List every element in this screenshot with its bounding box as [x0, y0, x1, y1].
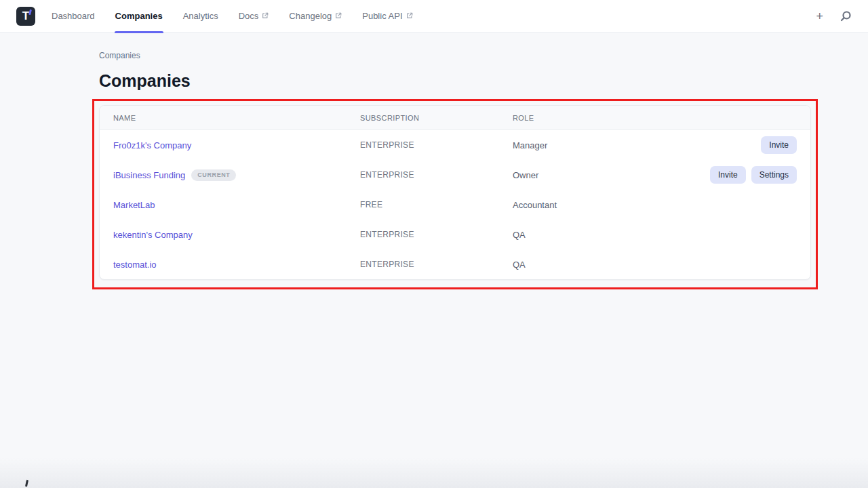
app-logo[interactable]: T — [16, 7, 35, 26]
subscription-value: FREE — [360, 200, 513, 209]
topbar-actions: + — [816, 10, 852, 22]
subscription-value: ENTERPRISE — [360, 260, 513, 269]
role-value: QA — [513, 260, 669, 270]
role-value: QA — [513, 230, 669, 240]
table-header: NAME SUBSCRIPTION ROLE — [100, 106, 810, 130]
nav-item-label: Dashboard — [52, 11, 95, 21]
column-header-subscription: SUBSCRIPTION — [360, 114, 513, 122]
search-icon[interactable] — [840, 10, 852, 22]
invite-button[interactable]: Invite — [761, 136, 797, 154]
invite-button[interactable]: Invite — [710, 166, 746, 184]
external-link-icon — [406, 12, 413, 19]
main-content: Companies Companies NAME SUBSCRIPTION RO… — [0, 33, 868, 289]
cursor-artifact — [25, 480, 28, 487]
subscription-value: ENTERPRISE — [360, 170, 513, 180]
company-link[interactable]: testomat.io — [113, 260, 157, 270]
column-header-name: NAME — [100, 114, 360, 122]
nav-item-companies[interactable]: Companies — [105, 0, 173, 33]
actions-cell: InviteSettings — [669, 166, 810, 184]
current-badge: CURRENT — [191, 169, 236, 181]
external-link-icon — [335, 12, 342, 19]
companies-table: NAME SUBSCRIPTION ROLE Fro0z1k's Company… — [99, 105, 811, 280]
column-header-role: ROLE — [513, 114, 669, 122]
nav-item-label: Changelog — [289, 11, 332, 21]
nav-item-label: Analytics — [183, 11, 218, 21]
table-body: Fro0z1k's CompanyENTERPRISEManagerInvite… — [100, 130, 810, 279]
external-link-icon — [262, 12, 269, 19]
name-cell: testomat.io — [100, 260, 360, 270]
role-value: Manager — [513, 140, 669, 150]
settings-button[interactable]: Settings — [751, 166, 797, 184]
logo-accent-mark — [28, 9, 32, 14]
name-cell: iBusiness FundingCURRENT — [100, 169, 360, 181]
nav-item-public-api[interactable]: Public API — [352, 0, 422, 33]
name-cell: MarketLab — [100, 200, 360, 210]
add-button[interactable]: + — [816, 10, 823, 22]
subscription-value: ENTERPRISE — [360, 140, 513, 150]
bottom-shadow — [0, 458, 868, 488]
name-cell: Fro0z1k's Company — [100, 140, 360, 150]
company-link[interactable]: Fro0z1k's Company — [113, 140, 191, 150]
top-bar: T DashboardCompaniesAnalyticsDocsChangel… — [0, 0, 868, 33]
nav-item-docs[interactable]: Docs — [229, 0, 279, 33]
table-row: Fro0z1k's CompanyENTERPRISEManagerInvite — [100, 130, 810, 160]
app-logo-letter: T — [22, 9, 29, 23]
nav-item-label: Companies — [115, 11, 163, 21]
actions-cell: Invite — [669, 136, 810, 154]
company-link[interactable]: iBusiness Funding — [113, 170, 185, 180]
company-link[interactable]: MarketLab — [113, 200, 155, 210]
name-cell: kekentin's Company — [100, 230, 360, 240]
nav-item-label: Docs — [239, 11, 259, 21]
company-link[interactable]: kekentin's Company — [113, 230, 193, 240]
table-row: testomat.ioENTERPRISEQA — [100, 249, 810, 279]
role-value: Owner — [513, 170, 669, 180]
annotation-highlight: NAME SUBSCRIPTION ROLE Fro0z1k's Company… — [92, 99, 818, 289]
nav-item-changelog[interactable]: Changelog — [279, 0, 352, 33]
page-title: Companies — [99, 71, 868, 91]
breadcrumb[interactable]: Companies — [99, 51, 140, 60]
subscription-value: ENTERPRISE — [360, 230, 513, 239]
table-row: iBusiness FundingCURRENTENTERPRISEOwnerI… — [100, 160, 810, 190]
nav-item-label: Public API — [362, 11, 402, 21]
nav-item-analytics[interactable]: Analytics — [173, 0, 229, 33]
nav-item-dashboard[interactable]: Dashboard — [41, 0, 105, 33]
table-row: MarketLabFREEAccountant — [100, 190, 810, 220]
main-nav: DashboardCompaniesAnalyticsDocsChangelog… — [41, 0, 423, 33]
table-row: kekentin's CompanyENTERPRISEQA — [100, 220, 810, 249]
role-value: Accountant — [513, 200, 669, 210]
